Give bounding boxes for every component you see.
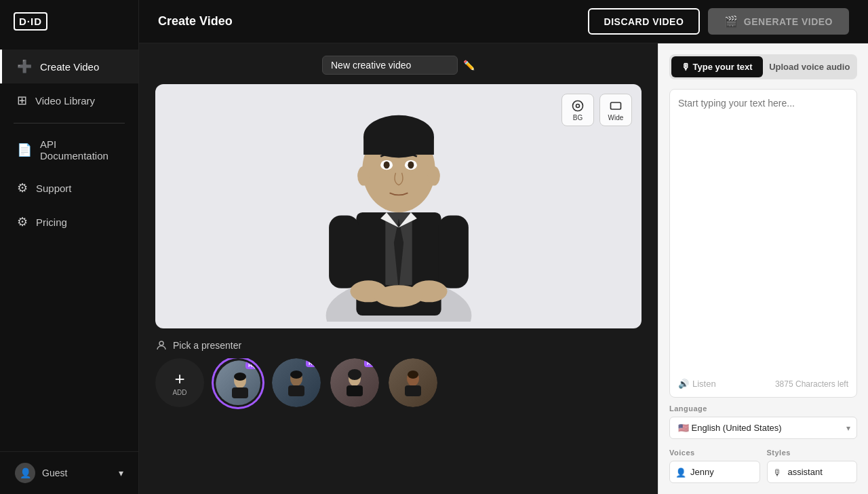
voice-select-wrap: 👤 Jenny Aria Guy: [669, 461, 760, 483]
svg-rect-7: [329, 215, 359, 288]
content-area: ✏️: [139, 43, 868, 494]
presenter-2-figure: [283, 369, 310, 396]
svg-rect-25: [232, 387, 248, 398]
video-title-input[interactable]: [322, 56, 458, 75]
svg-rect-28: [288, 385, 304, 396]
main-area: Create Video DISCARD VIDEO 🎬 GENERATE VI…: [139, 0, 868, 494]
bg-button[interactable]: BG: [561, 94, 594, 126]
svg-rect-8: [438, 215, 469, 288]
language-label: Language: [669, 404, 857, 413]
tab-row: 🎙 Type your text Upload voice audio: [669, 54, 857, 79]
listen-icon: 🔊: [678, 379, 689, 389]
generate-icon: 🎬: [724, 15, 738, 28]
svg-point-23: [159, 341, 163, 345]
language-section: Language 🇺🇸 English (United States) 🇬🇧 E…: [669, 404, 857, 449]
presenter-4-img: [389, 358, 437, 407]
language-select-wrap: 🇺🇸 English (United States) 🇬🇧 English (U…: [669, 417, 857, 439]
chars-left: 3875 Characters left: [775, 379, 848, 389]
presenter-picker: Pick a presenter + ADD: [155, 339, 642, 410]
styles-label: Styles: [767, 449, 858, 457]
svg-rect-6: [363, 136, 434, 155]
style-select[interactable]: assistant chat newscast: [767, 461, 858, 483]
add-plus-icon: +: [174, 370, 184, 387]
svg-point-12: [357, 166, 370, 186]
svg-point-26: [234, 373, 246, 381]
video-panel: ✏️: [139, 43, 658, 494]
tab-text-label: Type your text: [693, 62, 753, 72]
sidebar-item-label: API Documentation: [40, 138, 123, 162]
svg-point-13: [427, 166, 439, 186]
presenter-3-figure: [341, 369, 368, 396]
stage-controls: BG Wide: [561, 94, 632, 126]
bg-label: BG: [573, 114, 583, 121]
presenter-1[interactable]: HQ: [214, 358, 262, 407]
generate-video-button[interactable]: 🎬 GENERATE VIDEO: [708, 8, 849, 35]
pricing-icon: ⚙: [17, 214, 28, 229]
wide-icon: [609, 99, 623, 113]
add-presenter-button[interactable]: + ADD: [155, 358, 204, 407]
style-select-wrap: 🎙 assistant chat newscast: [767, 461, 858, 483]
chevron-down-icon: ▾: [119, 468, 123, 478]
topbar-actions: DISCARD VIDEO 🎬 GENERATE VIDEO: [588, 8, 849, 35]
text-input[interactable]: [678, 98, 848, 373]
listen-button[interactable]: 🔊 Listen: [678, 379, 716, 389]
svg-rect-22: [611, 102, 621, 109]
svg-point-35: [408, 370, 418, 379]
wide-label: Wide: [608, 114, 624, 121]
mic-icon: 🎙: [682, 62, 690, 72]
voices-styles-row: Voices 👤 Jenny Aria Guy Styles 🎙: [669, 449, 857, 483]
edit-icon[interactable]: ✏️: [463, 60, 475, 71]
tab-type-text[interactable]: 🎙 Type your text: [671, 56, 763, 77]
svg-point-21: [576, 104, 580, 107]
presenter-figure: [311, 91, 487, 322]
avatar-icon: 👤: [20, 468, 31, 478]
api-docs-icon: 📄: [17, 142, 32, 157]
sidebar-item-support[interactable]: ⚙ Support: [0, 171, 138, 205]
sidebar-item-pricing[interactable]: ⚙ Pricing: [0, 205, 138, 239]
support-icon: ⚙: [17, 180, 28, 195]
pick-label: Pick a presenter: [155, 339, 642, 352]
svg-point-11: [374, 285, 423, 307]
text-area-container: 🔊 Listen 3875 Characters left: [669, 89, 857, 398]
sidebar-item-video-library[interactable]: ⊞ Video Library: [0, 83, 138, 117]
voice-col: Voices 👤 Jenny Aria Guy: [669, 449, 760, 483]
sidebar-item-create-video[interactable]: ➕ Create Video: [0, 50, 138, 83]
svg-point-20: [573, 100, 583, 111]
voice-select[interactable]: Jenny Aria Guy: [669, 461, 760, 483]
svg-point-17: [408, 162, 414, 169]
hq-badge-1: HQ: [245, 362, 259, 369]
sidebar-item-label: Video Library: [35, 95, 95, 107]
language-select[interactable]: 🇺🇸 English (United States) 🇬🇧 English (U…: [669, 417, 857, 439]
presenter-2[interactable]: HQ: [272, 358, 321, 407]
presenter-3[interactable]: HQ: [330, 358, 379, 407]
sidebar-item-api-docs[interactable]: 📄 API Documentation: [0, 129, 138, 171]
text-footer: 🔊 Listen 3875 Characters left: [678, 379, 848, 389]
hq-badge-3: HQ: [364, 360, 378, 367]
pick-presenter-icon: [155, 339, 167, 352]
generate-label: GENERATE VIDEO: [744, 16, 833, 27]
tab-audio-label: Upload voice audio: [769, 62, 850, 72]
styles-col: Styles 🎙 assistant chat newscast: [767, 449, 858, 483]
tab-upload-audio[interactable]: Upload voice audio: [764, 56, 856, 77]
presenter-1-figure: [226, 371, 254, 398]
avatars-row: + ADD HQ: [155, 358, 642, 410]
topbar: Create Video DISCARD VIDEO 🎬 GENERATE VI…: [139, 0, 868, 43]
presenter-stage: BG Wide: [155, 84, 642, 328]
sidebar: D·ID ➕ Create Video ⊞ Video Library 📄 AP…: [0, 0, 139, 494]
user-profile[interactable]: 👤 Guest ▾: [0, 451, 138, 494]
svg-point-32: [348, 369, 361, 380]
sidebar-item-label: Create Video: [40, 61, 99, 73]
svg-point-29: [290, 370, 302, 379]
logo: D·ID: [14, 12, 47, 31]
nav-divider: [14, 123, 125, 124]
add-label: ADD: [172, 389, 186, 396]
video-title-bar: ✏️: [155, 56, 642, 75]
user-name: Guest: [42, 468, 67, 478]
discard-video-button[interactable]: DISCARD VIDEO: [588, 8, 701, 35]
right-panel: 🎙 Type your text Upload voice audio 🔊 Li…: [658, 43, 868, 494]
svg-rect-31: [347, 385, 363, 396]
svg-rect-34: [405, 385, 421, 396]
wide-button[interactable]: Wide: [599, 94, 632, 126]
bg-icon: [571, 99, 585, 113]
presenter-4[interactable]: [389, 358, 437, 407]
